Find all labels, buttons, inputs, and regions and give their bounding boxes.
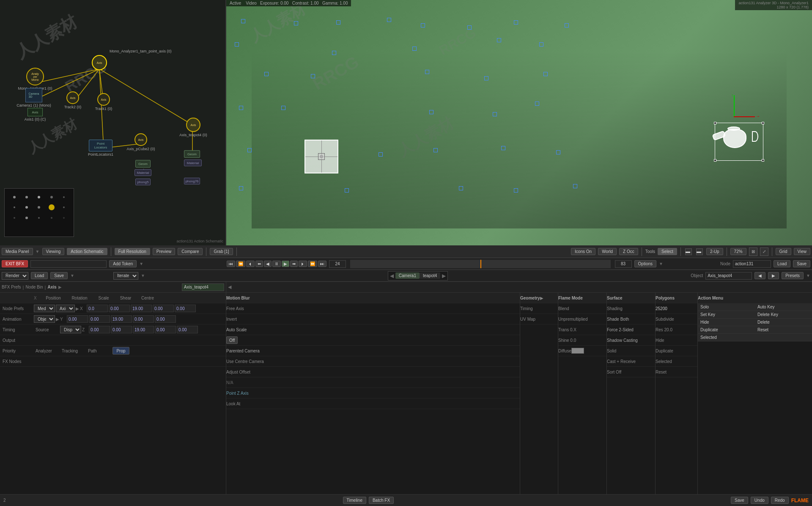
shear-z-input[interactable] [155,326,176,333]
icons-on-btn[interactable]: Icons On [571,248,595,255]
axis-dropdown[interactable]: Axis [56,305,75,312]
scene-name-input[interactable]: sgreen_001 [30,260,107,268]
play-btn[interactable]: ▶ [282,261,289,267]
preview-btn[interactable]: Preview [153,248,176,255]
node-material-t4[interactable]: Material [184,160,202,166]
play-back-btn[interactable]: ◀ [264,261,272,267]
shear-y-input[interactable] [133,315,154,323]
off-btn[interactable]: Off [226,336,238,344]
pos-y-input[interactable] [67,315,88,323]
reset-action-btn[interactable]: Reset [755,326,812,334]
step-fwd-btn[interactable]: ➡ [290,261,298,267]
node-material-pc2[interactable]: Material [134,169,151,176]
batch-fx-tab-btn[interactable]: Batch FX [369,497,394,504]
render-dropdown[interactable]: Render [2,272,28,280]
select-btn[interactable]: Select [658,248,677,255]
node-name-input[interactable] [733,260,771,268]
save-bottom-btn[interactable]: Save [731,497,748,504]
save-btn[interactable]: Save [50,272,68,279]
undo-btn[interactable]: Undo [751,497,768,504]
node-axis1[interactable]: Axis Axis1 (0) (C) [27,108,43,116]
presets-btn[interactable]: Presets [782,272,804,279]
two-up-btn[interactable]: 2-Up [706,248,723,255]
grid-btn[interactable]: Grid [776,248,791,255]
object-name-input[interactable] [705,272,752,280]
view-btn[interactable]: View [794,248,811,255]
node-axis-pcube2[interactable]: Axis Axis_pCube2 (0) [134,133,147,146]
axis-dropdown-arrow[interactable]: ▶ [76,306,79,311]
node-mono-analyzer[interactable]: AnalyzerMono Mono_Analyzer1 (0) [26,68,44,85]
scale-y-input[interactable] [111,315,132,323]
next-frame-btn[interactable]: ⏩ [308,261,317,267]
node-track2[interactable]: Axis Track2 (0) [66,91,79,104]
scale-x-input[interactable] [131,305,152,312]
duplicate-action-btn[interactable]: Duplicate [698,326,755,334]
set-key-btn[interactable]: Set Key [698,311,755,319]
shear-x-input[interactable] [153,305,174,312]
stop-btn[interactable]: ⏸ [272,261,281,267]
display-dropdown[interactable]: Display [60,326,81,333]
expand-icon[interactable]: ◀ [228,284,231,290]
step-back2-btn[interactable]: ⬅ [255,261,263,267]
pos-x-input[interactable] [87,305,108,312]
zoom-reset-icon[interactable]: ⤢ [760,248,768,256]
node-geom-pcube2[interactable]: Geom pCube2 [135,160,151,168]
pos-z-input[interactable] [89,326,110,333]
delete-key-btn[interactable]: Delete Key [755,311,812,319]
auto-key-btn[interactable]: Auto Key [755,303,812,311]
node-point-locators[interactable]: PointLocators PointLocators1 [89,140,112,151]
object-arrow[interactable]: ▶ [56,317,59,322]
camera1-tab[interactable]: Camera1 [395,272,420,279]
viewing-btn[interactable]: Viewing [42,248,65,255]
add-token-btn[interactable]: Add Token [109,260,137,267]
prev-frame-btn[interactable]: ⏪ [236,261,245,267]
scale-z-input[interactable] [133,326,154,333]
object-dropdown[interactable]: Object [34,315,55,323]
centre-x-input[interactable] [175,305,196,312]
current-frame-input[interactable] [329,260,346,268]
selected-action-btn[interactable]: Selected [698,334,812,341]
cam-left-arrow[interactable]: ◀ [388,273,395,279]
obj-right-btn[interactable]: ▶ [768,272,779,279]
redo-btn[interactable]: Redo [771,497,789,504]
hide-action-btn[interactable]: Hide [698,319,755,326]
iterate-dropdown[interactable]: Iterate [113,272,138,280]
step-fwd2-btn[interactable]: ⏵ [299,261,307,267]
node-geom-teapot4[interactable]: Geom teapot4 [184,150,200,158]
media-dropdown[interactable]: Media [34,305,55,312]
cam-right-arrow[interactable]: ▶ [440,273,447,279]
rot-y-input[interactable] [89,315,110,323]
axis-arrow[interactable]: ▶ [58,285,62,289]
exit-bfx-btn[interactable]: EXIT BFX [2,260,28,267]
zoom-btn[interactable]: 72% [730,248,746,255]
prop-btn[interactable]: Prop [112,347,129,355]
node-camera[interactable]: Camera3D Camera1 (1) (Mono) [25,88,42,102]
axis-tab-label[interactable]: Axis [47,285,56,289]
node-phong5[interactable]: phong5 [135,179,151,185]
rot-x-input[interactable] [109,305,130,312]
centre-z-input[interactable] [177,326,198,333]
zoom-fit-icon[interactable]: ⊠ [749,248,757,256]
node-track1[interactable]: Axis Track1 (0) [97,93,110,106]
load-node-btn[interactable]: Load [774,260,790,267]
media-panel-btn[interactable]: Media Panel [2,248,33,255]
timeline-tab-btn[interactable]: Timeline [343,497,366,504]
compare-btn[interactable]: Compare [178,248,203,255]
save-node-btn[interactable]: Save [793,260,810,267]
teapot4-tab[interactable]: teapot4 [420,272,440,279]
node-axis-teapot4[interactable]: Axis Axis_teapot4 (0) [186,118,200,132]
node-phong76[interactable]: phong76 [184,178,200,184]
delete-action-btn[interactable]: Delete [755,319,812,326]
step-back-btn[interactable]: ⏴ [246,261,255,267]
action-schematic-btn[interactable]: Action Schematic [67,248,107,255]
rot-z-input[interactable] [111,326,132,333]
play-end-btn[interactable]: ⏭ [318,261,326,267]
end-frame-input[interactable] [615,260,632,268]
load-btn[interactable]: Load [31,272,48,279]
solo-btn[interactable]: Solo [698,303,755,311]
centre-y-input[interactable] [155,315,176,323]
axis-name-display[interactable] [182,283,224,291]
world-btn[interactable]: World [598,248,617,255]
obj-left-btn[interactable]: ◀ [754,272,765,279]
play-start-btn[interactable]: ⏮ [227,261,235,267]
